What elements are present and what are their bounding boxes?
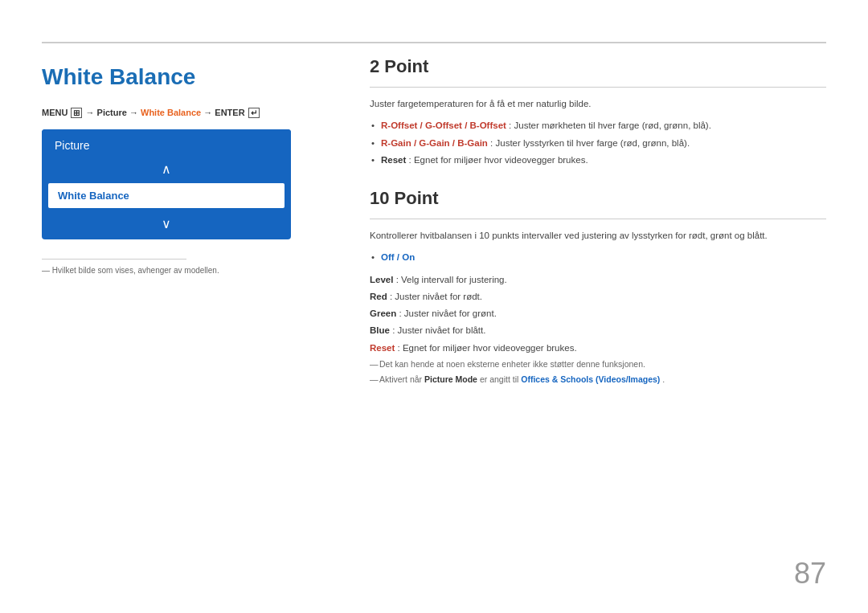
blue-rest: : Juster nivået for blått. xyxy=(392,325,485,335)
bullet-2: R-Gain / G-Gain / B-Gain : Juster lyssty… xyxy=(370,135,826,152)
menu-label: MENU xyxy=(42,108,68,117)
bullet-1: R-Offset / G-Offset / B-Offset : Juster … xyxy=(370,117,826,134)
note-2: Aktivert når Picture Mode er angitt til … xyxy=(370,374,826,386)
blue-label: Blue xyxy=(370,325,390,335)
note-2-bold3: (Videos/Images) xyxy=(596,374,660,384)
section-10point-intro: Kontrollerer hvitbalansen i 10 punkts in… xyxy=(370,229,826,243)
page-title: White Balance xyxy=(42,64,339,90)
section-2point-intro: Juster fargetemperaturen for å få et mer… xyxy=(370,97,826,111)
detail-red: Red : Juster nivået for rødt. xyxy=(370,290,826,304)
footnote-text: Hvilket bilde som vises, avhenger av mod… xyxy=(42,266,339,275)
up-arrow-icon: ∧ xyxy=(162,161,171,177)
bullet-3-term: Reset xyxy=(381,155,406,165)
green-label: Green xyxy=(370,309,396,318)
arrow2: → xyxy=(129,108,141,117)
bullet-3-rest: : Egnet for miljøer hvor videovegger bru… xyxy=(409,155,588,165)
bullet-2-term: R-Gain / G-Gain / B-Gain xyxy=(381,138,488,148)
enter-icon: ↵ xyxy=(248,108,260,118)
note-1: Det kan hende at noen eksterne enheter i… xyxy=(370,358,826,371)
down-button[interactable]: ∨ xyxy=(42,211,291,239)
note-2-bold1: Picture Mode xyxy=(424,374,477,384)
bullet-1-term: R-Offset / G-Offset / B-Offset xyxy=(381,121,506,130)
selected-menu-item[interactable]: White Balance xyxy=(48,183,285,208)
note-2-suffix: . xyxy=(662,374,665,384)
arrow1: → xyxy=(86,108,97,117)
reset-rest: : Egnet for miljøer hvor videovegger bru… xyxy=(398,343,577,353)
down-arrow-icon: ∨ xyxy=(162,216,171,231)
detail-level: Level : Velg intervall for justering. xyxy=(370,273,826,287)
right-column: 2 Point Juster fargetemperaturen for å f… xyxy=(370,56,826,388)
section-2point-title: 2 Point xyxy=(370,56,826,77)
off-on-item: Off / On xyxy=(370,249,826,266)
detail-reset: Reset : Egnet for miljøer hvor videovegg… xyxy=(370,341,826,355)
picture-menu-box: Picture ∧ White Balance ∨ xyxy=(42,129,291,239)
section-2point-bullets: R-Offset / G-Offset / B-Offset : Juster … xyxy=(370,117,826,169)
top-divider xyxy=(42,42,826,43)
note-2-prefix: Aktivert når xyxy=(379,374,424,384)
section-2point: 2 Point Juster fargetemperaturen for å f… xyxy=(370,56,826,169)
level-label: Level xyxy=(370,275,393,284)
menu-icon: ⊞ xyxy=(71,108,82,118)
picture-menu-header: Picture xyxy=(42,129,291,158)
footnote-divider xyxy=(42,259,186,260)
menu-path: MENU ⊞ → Picture → White Balance → ENTER… xyxy=(42,108,339,118)
section-10point: 10 Point Kontrollerer hvitbalansen i 10 … xyxy=(370,188,826,386)
level-rest: : Velg intervall for justering. xyxy=(396,275,507,284)
arrow3: → xyxy=(203,108,215,117)
picture-label: Picture xyxy=(97,108,127,117)
left-column: White Balance MENU ⊞ → Picture → White B… xyxy=(42,56,339,275)
white-balance-path-label: White Balance xyxy=(141,108,201,117)
note-2-middle: er angitt til xyxy=(480,374,521,384)
off-on-bullet: Off / On xyxy=(370,249,826,266)
bullet-2-rest: : Juster lysstyrken til hver farge (rød,… xyxy=(490,138,690,148)
off-on-label: Off / On xyxy=(381,252,415,262)
green-rest: : Juster nivået for grønt. xyxy=(399,309,496,318)
up-button[interactable]: ∧ xyxy=(42,158,291,180)
red-label: Red xyxy=(370,292,387,301)
enter-label: ENTER xyxy=(215,108,244,117)
detail-blue: Blue : Juster nivået for blått. xyxy=(370,324,826,337)
bullet-3: Reset : Egnet for miljøer hvor videovegg… xyxy=(370,152,826,169)
note-1-text: Det kan hende at noen eksterne enheter i… xyxy=(379,359,645,369)
section-2-divider xyxy=(370,219,826,219)
section-10point-title: 10 Point xyxy=(370,188,826,209)
bullet-1-rest: : Juster mørkheten til hver farge (rød, … xyxy=(509,121,711,130)
page-number: 87 xyxy=(794,557,826,591)
red-rest: : Juster nivået for rødt. xyxy=(390,292,482,301)
reset-label: Reset xyxy=(370,343,395,353)
detail-green: Green : Juster nivået for grønt. xyxy=(370,307,826,321)
note-2-bold2: Offices & Schools xyxy=(521,374,593,384)
section-1-divider xyxy=(370,87,826,88)
